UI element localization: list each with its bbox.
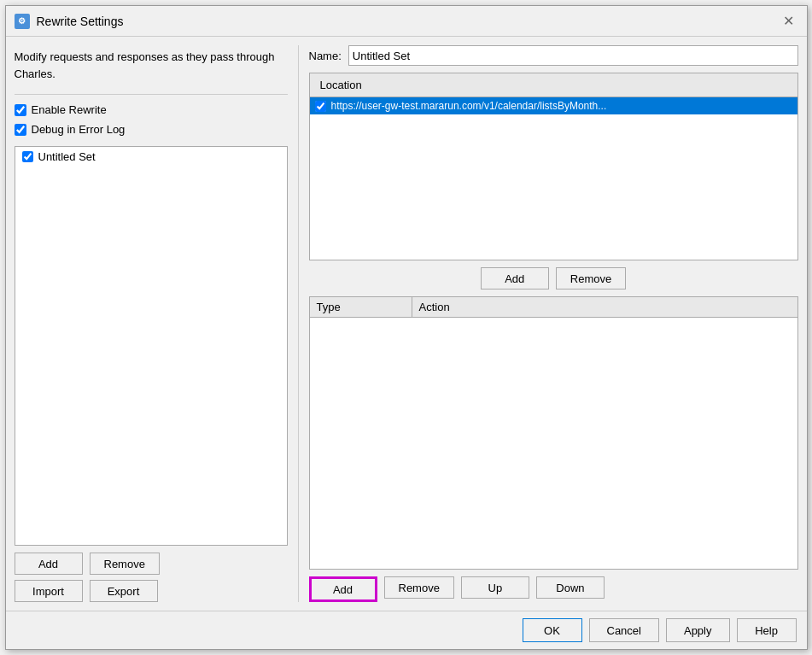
app-icon: ⚙ [15,14,30,29]
left-btn-row-1: Add Remove [15,553,288,575]
rules-add-button[interactable]: Add [309,576,377,602]
close-button[interactable]: ✕ [780,12,798,31]
location-row-url: https://user-gw-test.mararun.com/v1/cale… [331,100,607,112]
help-button[interactable]: Help [737,618,797,642]
location-remove-button[interactable]: Remove [556,267,626,289]
rules-table: Type Action [309,296,798,570]
apply-button[interactable]: Apply [666,618,730,642]
set-item-name: Untitled Set [38,150,96,163]
debug-log-checkbox[interactable] [15,124,26,136]
title-bar: ⚙ Rewrite Settings ✕ [6,6,807,37]
dialog-footer: OK Cancel Apply Help [6,611,807,649]
set-item-checkbox[interactable] [22,151,33,162]
location-buttons: Add Remove [309,267,798,289]
rules-header: Type Action [310,297,797,318]
location-table: Location https://user-gw-test.mararun.co… [309,73,798,260]
rules-up-button[interactable]: Up [461,576,529,599]
sets-import-button[interactable]: Import [15,580,83,602]
dialog-title: Rewrite Settings [37,15,124,28]
cancel-button[interactable]: Cancel [589,618,659,642]
sets-list[interactable]: Untitled Set [15,146,288,546]
separator1 [15,94,288,95]
right-panel: Name: Location https://user-gw-test.mara… [309,45,798,602]
sets-remove-button[interactable]: Remove [90,553,160,575]
location-header-cell: Location [317,77,365,93]
left-btn-row-2: Import Export [15,580,288,602]
location-row[interactable]: https://user-gw-test.mararun.com/v1/cale… [310,97,797,114]
rules-remove-button[interactable]: Remove [384,576,454,599]
rules-down-button[interactable]: Down [536,576,605,599]
debug-log-label: Debug in Error Log [32,123,126,136]
enable-rewrite-label: Enable Rewrite [32,103,107,116]
enable-rewrite-checkbox[interactable] [15,104,26,116]
rewrite-settings-dialog: ⚙ Rewrite Settings ✕ Modify requests and… [5,5,808,650]
name-label: Name: [309,50,342,62]
title-bar-left: ⚙ Rewrite Settings [15,14,124,29]
dialog-body: Modify requests and responses as they pa… [6,37,807,611]
vertical-divider [298,45,299,602]
left-buttons: Add Remove Import Export [15,553,288,602]
name-input[interactable] [348,45,798,66]
sets-export-button[interactable]: Export [90,580,158,602]
rules-action-header: Action [412,297,797,317]
enable-rewrite-row[interactable]: Enable Rewrite [15,103,288,116]
set-item[interactable]: Untitled Set [15,147,287,167]
sets-add-button[interactable]: Add [15,553,83,575]
debug-log-row[interactable]: Debug in Error Log [15,123,288,136]
bottom-action-buttons: Add Remove Up Down [309,576,798,602]
ok-button[interactable]: OK [523,618,582,642]
location-row-checkbox[interactable] [315,101,326,112]
description-text: Modify requests and responses as they pa… [15,45,288,85]
left-panel: Modify requests and responses as they pa… [15,45,288,602]
name-row: Name: [309,45,798,66]
location-header: Location [310,73,797,97]
location-add-button[interactable]: Add [481,267,549,289]
rules-type-header: Type [310,297,412,317]
